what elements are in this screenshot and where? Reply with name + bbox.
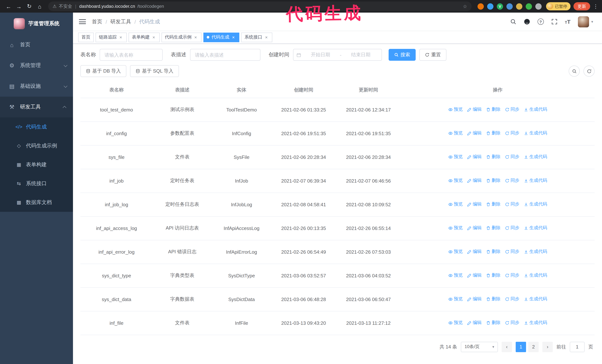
back-icon[interactable]: ← <box>4 1 13 11</box>
action-edit[interactable]: 编辑 <box>467 249 482 255</box>
green-check-extension-icon[interactable]: V <box>497 3 503 10</box>
profile-chip[interactable]: 已暂停 <box>546 2 570 10</box>
reset-button[interactable]: 重置 <box>419 49 446 61</box>
action-delete[interactable]: 删除 <box>486 272 501 279</box>
action-preview[interactable]: 预览 <box>448 201 463 208</box>
close-icon[interactable]: × <box>231 35 236 40</box>
action-edit[interactable]: 编辑 <box>467 296 482 302</box>
next-page-button[interactable]: › <box>542 342 553 352</box>
update-button[interactable]: 更新 <box>573 2 590 10</box>
action-generate[interactable]: 生成代码 <box>524 320 547 326</box>
action-delete[interactable]: 删除 <box>486 177 501 184</box>
action-sync[interactable]: 同步 <box>505 225 519 231</box>
table-name-input[interactable] <box>100 49 163 61</box>
import-sql-button[interactable]: 基于 SQL 导入 <box>130 65 179 77</box>
refresh-table-icon[interactable] <box>583 65 595 77</box>
reload-icon[interactable]: ↻ <box>24 1 34 11</box>
action-sync[interactable]: 同步 <box>505 296 519 302</box>
browser-menu-icon[interactable]: ⋮ <box>593 3 598 9</box>
sidebar-item-infra[interactable]: ▤ 基础设施 <box>0 76 73 97</box>
action-preview[interactable]: 预览 <box>448 177 463 184</box>
tab-codegen-example[interactable]: 代码生成示例 × <box>161 32 202 42</box>
search-icon[interactable] <box>510 19 516 25</box>
help-icon[interactable]: ? <box>537 19 544 25</box>
action-preview[interactable]: 预览 <box>448 272 463 279</box>
action-preview[interactable]: 预览 <box>448 296 463 302</box>
action-edit[interactable]: 编辑 <box>467 201 482 208</box>
sidebar-subitem-system-api[interactable]: ⇆ 系统接口 <box>0 174 73 193</box>
sidebar-subitem-codegen-example[interactable]: ◇ 代码生成示例 <box>0 136 73 155</box>
tab-system-api[interactable]: 系统接口 × <box>241 32 272 42</box>
action-generate[interactable]: 生成代码 <box>524 272 547 279</box>
sidebar-item-system[interactable]: ⚙ 系统管理 <box>0 55 73 76</box>
page-button-2[interactable]: 2 <box>528 342 539 352</box>
blue-drop-extension-icon[interactable] <box>487 3 494 10</box>
import-db-button[interactable]: 基于 DB 导入 <box>80 65 127 77</box>
people-extension-icon[interactable] <box>506 3 513 10</box>
sidebar-item-devtools[interactable]: ⚒ 研发工具 <box>0 97 73 117</box>
fullscreen-icon[interactable] <box>551 19 557 25</box>
action-preview[interactable]: 预览 <box>448 106 463 113</box>
close-icon[interactable]: × <box>264 35 269 40</box>
sidebar-subitem-db-doc[interactable]: ▩ 数据库文档 <box>0 193 73 212</box>
action-preview[interactable]: 预览 <box>448 130 463 136</box>
action-delete[interactable]: 删除 <box>486 296 501 302</box>
card-extension-icon[interactable] <box>516 3 522 10</box>
action-generate[interactable]: 生成代码 <box>524 296 547 302</box>
action-edit[interactable]: 编辑 <box>467 106 482 113</box>
action-sync[interactable]: 同步 <box>505 201 519 208</box>
prev-page-button[interactable]: ‹ <box>502 342 512 352</box>
action-generate[interactable]: 生成代码 <box>524 201 547 208</box>
action-generate[interactable]: 生成代码 <box>524 249 547 255</box>
sidebar-subitem-codegen[interactable]: </> 代码生成 <box>0 117 73 136</box>
action-delete[interactable]: 删除 <box>486 249 501 255</box>
action-delete[interactable]: 删除 <box>486 154 501 160</box>
action-edit[interactable]: 编辑 <box>467 130 482 136</box>
github-icon[interactable] <box>524 19 530 25</box>
action-sync[interactable]: 同步 <box>505 249 519 255</box>
action-preview[interactable]: 预览 <box>448 249 463 255</box>
table-desc-input[interactable] <box>190 49 260 61</box>
action-edit[interactable]: 编辑 <box>467 177 482 184</box>
tab-home[interactable]: 首页 × <box>78 32 94 42</box>
action-sync[interactable]: 同步 <box>505 177 519 184</box>
font-size-icon[interactable]: TT <box>565 19 570 25</box>
user-avatar[interactable]: ▾ <box>578 16 593 27</box>
sidebar-subitem-form-builder[interactable]: ▦ 表单构建 <box>0 155 73 174</box>
action-sync[interactable]: 同步 <box>505 320 519 326</box>
action-preview[interactable]: 预览 <box>448 320 463 326</box>
action-generate[interactable]: 生成代码 <box>524 225 547 231</box>
tab-trace[interactable]: 链路追踪 × <box>96 32 127 42</box>
leaf-extension-icon[interactable] <box>526 3 532 10</box>
action-edit[interactable]: 编辑 <box>467 154 482 160</box>
close-icon[interactable]: × <box>193 35 198 40</box>
action-sync[interactable]: 同步 <box>505 106 519 113</box>
action-sync[interactable]: 同步 <box>505 272 519 279</box>
action-generate[interactable]: 生成代码 <box>524 130 547 136</box>
action-generate[interactable]: 生成代码 <box>524 154 547 160</box>
puzzle-extension-icon[interactable] <box>535 3 542 10</box>
orange-extension-icon[interactable] <box>478 3 484 10</box>
action-delete[interactable]: 删除 <box>486 106 501 113</box>
close-icon[interactable]: × <box>118 35 123 40</box>
breadcrumb-item[interactable]: 首页 <box>92 18 102 25</box>
bookmark-star-icon[interactable]: ☆ <box>463 3 467 9</box>
action-edit[interactable]: 编辑 <box>467 320 482 326</box>
tab-form-builder[interactable]: 表单构建 × <box>129 32 160 42</box>
action-delete[interactable]: 删除 <box>486 130 501 136</box>
sidebar-item-home[interactable]: ⌂ 首页 <box>0 34 73 55</box>
page-button-1[interactable]: 1 <box>516 342 526 352</box>
action-preview[interactable]: 预览 <box>448 225 463 231</box>
action-delete[interactable]: 删除 <box>486 201 501 208</box>
tab-codegen[interactable]: 代码生成 × <box>203 32 239 42</box>
url-bar[interactable]: ⚠ 不安全 | dashboard.yudao.iocoder.cn/tool/… <box>48 1 472 11</box>
collapse-menu-icon[interactable] <box>79 19 86 24</box>
action-delete[interactable]: 删除 <box>486 320 501 326</box>
action-delete[interactable]: 删除 <box>486 225 501 231</box>
search-button[interactable]: 搜索 <box>389 49 416 61</box>
action-sync[interactable]: 同步 <box>505 154 519 160</box>
page-size-select[interactable]: 10条/页 ▾ <box>461 342 498 352</box>
action-sync[interactable]: 同步 <box>505 130 519 136</box>
action-preview[interactable]: 预览 <box>448 154 463 160</box>
close-icon[interactable]: × <box>151 35 156 40</box>
